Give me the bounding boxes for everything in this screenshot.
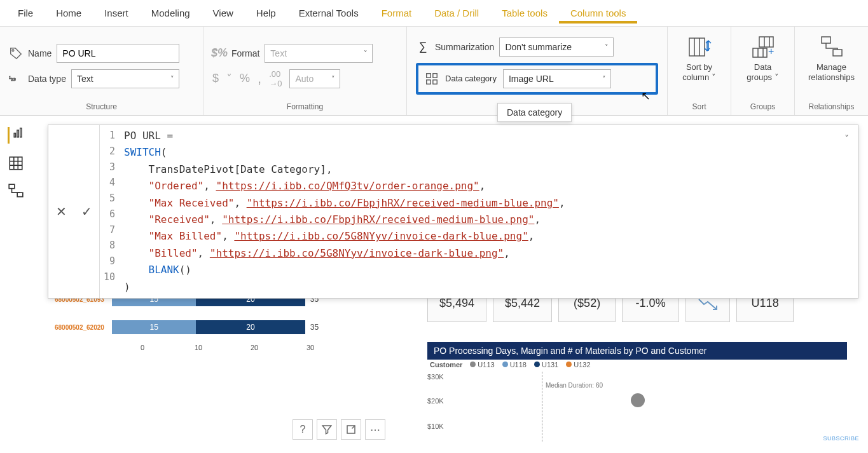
scatter-y-label: $10K: [427, 423, 444, 430]
menu-table-tools[interactable]: Table tools: [490, 3, 559, 24]
bar-total: 35: [310, 323, 319, 332]
svg-rect-17: [833, 50, 842, 56]
menu-insert[interactable]: Insert: [93, 3, 140, 24]
svg-rect-2: [427, 73, 431, 77]
group-label-formatting: Formatting: [212, 102, 397, 111]
visual-toolbar: ? ⋯: [293, 419, 385, 440]
format-icon: $%: [212, 46, 226, 60]
ribbon-group-relationships: Manage relationships Relationships: [795, 27, 868, 115]
summarization-select[interactable]: Don't summarize: [499, 37, 614, 57]
tag-icon: [9, 46, 23, 60]
svg-text:+: +: [768, 46, 774, 57]
model-view-icon[interactable]: [8, 183, 24, 199]
scatter-ref-line: [542, 372, 542, 442]
menu-modeling[interactable]: Modeling: [140, 3, 202, 24]
svg-rect-5: [433, 79, 437, 83]
scatter-chart[interactable]: $30K $20K $10K Median Duration: 60: [427, 372, 847, 448]
svg-rect-3: [433, 73, 437, 77]
formula-code[interactable]: PO URL = SWITCH( TransDatePivot[Date Cat…: [124, 128, 858, 295]
auto-select: Auto: [289, 69, 340, 88]
scatter-ref-label: Median Duration: 60: [546, 382, 603, 389]
scatter-y-label: $30K: [427, 373, 444, 381]
group-label-sort: Sort: [677, 102, 722, 111]
data-groups-button[interactable]: + Data groups ˅: [740, 32, 785, 85]
format-label: Format: [231, 48, 259, 58]
bar-seg1: 15: [112, 320, 196, 334]
svg-text:¹₂₃: ¹₂₃: [9, 74, 16, 81]
bar-row: 68000502_62020 15 20 35: [55, 316, 424, 339]
svg-rect-12: [753, 48, 767, 57]
svg-point-0: [12, 50, 14, 51]
ribbon-group-structure: Name ¹₂₃ Data type Text Structure: [0, 27, 203, 115]
menu-view[interactable]: View: [202, 3, 245, 24]
scatter-legend: Customer U113 U118 U131 U132: [430, 361, 591, 368]
group-label-groups: Groups: [740, 102, 785, 111]
scatter-bubble: [631, 393, 645, 407]
svg-rect-4: [427, 79, 431, 83]
sort-label: Sort by column ˅: [682, 62, 716, 82]
svg-rect-6: [689, 38, 705, 56]
relationships-label: Manage relationships: [808, 62, 855, 82]
svg-rect-26: [9, 184, 15, 189]
formula-editor[interactable]: 12345678910 PO URL = SWITCH( TransDatePi…: [100, 125, 858, 298]
formula-commit-button[interactable]: ✓: [74, 125, 99, 298]
scatter-y-label: $20K: [427, 397, 444, 405]
group-label-relationships: Relationships: [804, 102, 859, 111]
menu-column-tools[interactable]: Column tools: [559, 3, 638, 24]
comma-button: ,: [258, 71, 261, 87]
svg-rect-21: [10, 157, 22, 170]
filter-icon[interactable]: [317, 419, 337, 440]
svg-rect-27: [17, 193, 23, 197]
currency-button: $: [212, 72, 219, 85]
more-icon[interactable]: ⋯: [365, 419, 385, 440]
decimals-button: .00→0: [269, 69, 282, 88]
data-category-highlight: Data category Image URL: [416, 63, 658, 95]
percent-button: %: [240, 72, 250, 85]
format-select: Text: [265, 44, 373, 63]
menubar: File Home Insert Modeling View Help Exte…: [0, 0, 868, 27]
bar-seg2: 20: [196, 320, 305, 334]
name-input[interactable]: [57, 44, 179, 63]
help-icon[interactable]: ?: [293, 419, 313, 440]
menu-external-tools[interactable]: External Tools: [287, 3, 370, 24]
svg-rect-20: [20, 128, 22, 137]
formula-collapse-icon[interactable]: ˅: [844, 132, 849, 146]
legend-label: Customer: [430, 361, 462, 368]
svg-rect-16: [822, 37, 830, 43]
svg-rect-19: [17, 130, 18, 137]
formula-bar: ✕ ✓ 12345678910 PO URL = SWITCH( TransDa…: [48, 125, 858, 299]
ribbon-group-sort: Sort by column ˅ Sort: [668, 27, 731, 115]
menu-home[interactable]: Home: [45, 3, 93, 24]
view-rail: [0, 121, 32, 199]
ribbon-group-formatting: $% Format Text $ ˅ % , .00→0 Auto Format…: [203, 27, 407, 115]
menu-data-drill[interactable]: Data / Drill: [423, 3, 490, 24]
sort-by-column-button[interactable]: Sort by column ˅: [677, 32, 722, 85]
ribbon-group-groups: + Data groups ˅ Groups: [731, 27, 795, 115]
focus-icon[interactable]: [341, 419, 361, 440]
sigma-icon: ∑: [416, 40, 430, 54]
menu-file[interactable]: File: [6, 3, 45, 24]
data-category-tooltip: Data category: [497, 103, 572, 122]
dropdown-icon: ˅: [226, 72, 232, 86]
data-view-icon[interactable]: [8, 155, 24, 172]
bar-category: 68000502_62020: [55, 324, 112, 331]
menu-help[interactable]: Help: [245, 3, 287, 24]
ribbon-group-properties: ∑ Summarization Don't summarize Data cat…: [407, 27, 668, 115]
report-view-icon[interactable]: [8, 127, 24, 144]
data-category-label: Data category: [445, 74, 497, 83]
ribbon: Name ¹₂₃ Data type Text Structure $% For…: [0, 27, 868, 116]
scatter-section-title: PO Processing Days, Margin and # of Mate…: [427, 342, 847, 360]
bars-x-axis: 0 10 20 30: [114, 344, 424, 351]
data-type-select[interactable]: Text: [71, 69, 179, 88]
menu-format[interactable]: Format: [370, 3, 424, 24]
data-category-select[interactable]: Image URL: [503, 69, 611, 88]
summarization-label: Summarization: [435, 42, 494, 52]
name-label: Name: [28, 48, 52, 58]
line-gutter: 12345678910: [100, 128, 119, 285]
data-type-label: Data type: [28, 74, 66, 84]
group-label-structure: Structure: [9, 102, 194, 111]
category-icon: [425, 72, 439, 86]
formula-cancel-button[interactable]: ✕: [48, 125, 74, 298]
manage-relationships-button[interactable]: Manage relationships: [804, 32, 859, 85]
groups-label: Data groups ˅: [747, 62, 778, 82]
